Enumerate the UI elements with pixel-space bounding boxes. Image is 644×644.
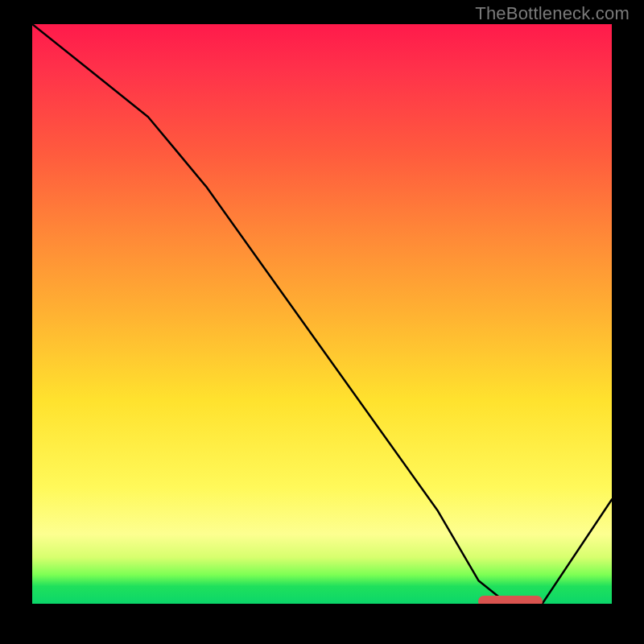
- chart-container: TheBottleneck.com: [0, 0, 644, 644]
- watermark-text: TheBottleneck.com: [475, 3, 630, 24]
- plot-area: [32, 24, 612, 604]
- optimal-range-marker: [478, 596, 542, 604]
- bottleneck-curve: [32, 24, 612, 604]
